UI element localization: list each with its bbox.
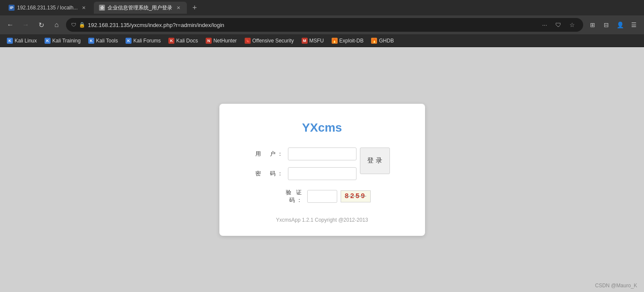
bookmark-label-nethunter: NetHunter [213,38,237,44]
split-screen-icon[interactable]: ⊟ [600,19,612,31]
star-icon[interactable]: ☆ [566,19,578,31]
bookmark-label-ghdb: GHDB [379,38,394,44]
bookmark-nethunter[interactable]: N NetHunter [202,36,240,45]
bookmark-label-kali-tools: Kali Tools [96,38,118,44]
refresh-button[interactable]: ↻ [35,19,47,31]
form-container: 用 户： 密 码： 登 录 [255,148,390,180]
bookmark-label-kali-training: Kali Training [52,38,81,44]
bookmark-kali-tools[interactable]: K Kali Tools [85,36,121,45]
bookmark-favicon-offensive-security: 🔖 [245,38,251,44]
tab-label-2: 企业信息管理系统_用户登录 [108,4,172,12]
bookmark-msfu[interactable]: M MSFU [298,36,327,45]
tab-favicon-1: IP [9,5,15,11]
login-footer: YxcmsApp 1.2.1 Copyright @2012-2013 [276,217,368,223]
url-bar[interactable]: 🛡 🔒 192.168.231.135/yxcms/index.php?r=ad… [66,18,583,32]
bookmark-favicon-kali-training: K [45,38,51,44]
captcha-image[interactable]: 8259 [341,190,371,202]
tab-label-1: 192.168.231.135 / localh... [17,5,78,11]
username-input[interactable] [288,148,356,160]
login-button[interactable]: 登 录 [360,148,390,174]
bookmark-favicon-kali-forums: K [126,38,132,44]
sidebar-icon[interactable]: ⊞ [587,19,599,31]
tab-favicon-2: 企 [99,5,105,11]
url-actions: ··· 🛡 ☆ [539,19,578,31]
inputs-column: 用 户： 密 码： [255,148,356,180]
browser-window: IP 192.168.231.135 / localh... ✕ 企 企业信息管… [0,0,644,292]
tab-inactive[interactable]: IP 192.168.231.135 / localh... ✕ [3,2,92,14]
password-input[interactable] [288,167,356,180]
bookmark-exploit-db[interactable]: 🔥 Exploit-DB [328,36,367,45]
username-row: 用 户： [255,148,356,160]
menu-icon[interactable]: ☰ [628,19,640,31]
right-actions: ⊞ ⊟ 👤 ☰ [587,19,640,31]
bookmark-label-kali-forums: Kali Forums [133,38,161,44]
main-content: YXcms 用 户： 密 码： 登 录 验 证 码： 8259 [0,47,644,292]
address-bar: ← → ↻ ⌂ 🛡 🔒 192.168.231.135/yxcms/index.… [0,15,644,34]
bookmark-label-kali-docs: Kali Docs [176,38,198,44]
bookmark-label-offensive-security: Offensive Security [252,38,294,44]
tab-active[interactable]: 企 企业信息管理系统_用户登录 ✕ [94,2,187,14]
bookmark-kali-training[interactable]: K Kali Training [41,36,84,45]
bookmark-favicon-nethunter: N [206,38,212,44]
username-label: 用 户： [255,150,285,158]
bookmark-label-kali-linux: Kali Linux [15,38,37,44]
password-row: 密 码： [255,167,356,180]
bookmarks-bar: K Kali Linux K Kali Training K Kali Tool… [0,34,644,47]
password-label: 密 码： [255,170,285,178]
bookmark-kali-docs[interactable]: K Kali Docs [165,36,201,45]
bookmark-favicon-exploit-db: 🔥 [332,38,338,44]
profile-icon[interactable]: 👤 [614,19,626,31]
tab-close-1[interactable]: ✕ [80,4,87,11]
home-button[interactable]: ⌂ [51,19,63,31]
shield-pocket-icon[interactable]: 🛡 [552,19,564,31]
captcha-label: 验 证 码： [274,189,304,204]
bookmark-label-msfu: MSFU [309,38,324,44]
more-button[interactable]: ··· [539,19,551,31]
captcha-input[interactable] [307,190,337,203]
bookmark-offensive-security[interactable]: 🔖 Offensive Security [241,36,297,45]
captcha-row: 验 证 码： 8259 [274,189,371,204]
back-button[interactable]: ← [4,19,16,31]
watermark: CSDN @Mauro_K [595,283,637,289]
lock-icon: 🔒 [79,22,85,28]
bookmark-favicon-kali-tools: K [88,38,94,44]
login-card: YXcms 用 户： 密 码： 登 录 验 证 码： 8259 [219,104,425,236]
bookmark-favicon-msfu: M [302,38,308,44]
bookmark-favicon-kali-linux: K [7,38,13,44]
login-title: YXcms [302,121,342,135]
bookmark-ghdb[interactable]: 🔥 GHDB [368,36,397,45]
new-tab-button[interactable]: + [189,2,201,14]
bookmark-favicon-ghdb: 🔥 [371,38,377,44]
bookmark-favicon-kali-docs: K [168,38,174,44]
bookmark-kali-linux[interactable]: K Kali Linux [3,36,40,45]
tab-close-2[interactable]: ✕ [175,4,182,11]
shield-icon: 🛡 [71,22,76,28]
url-text: 192.168.231.135/yxcms/index.php?r=admin/… [88,22,224,28]
forward-button[interactable]: → [20,19,32,31]
bookmark-kali-forums[interactable]: K Kali Forums [122,36,164,45]
title-bar: IP 192.168.231.135 / localh... ✕ 企 企业信息管… [0,0,644,15]
bookmark-label-exploit-db: Exploit-DB [339,38,364,44]
